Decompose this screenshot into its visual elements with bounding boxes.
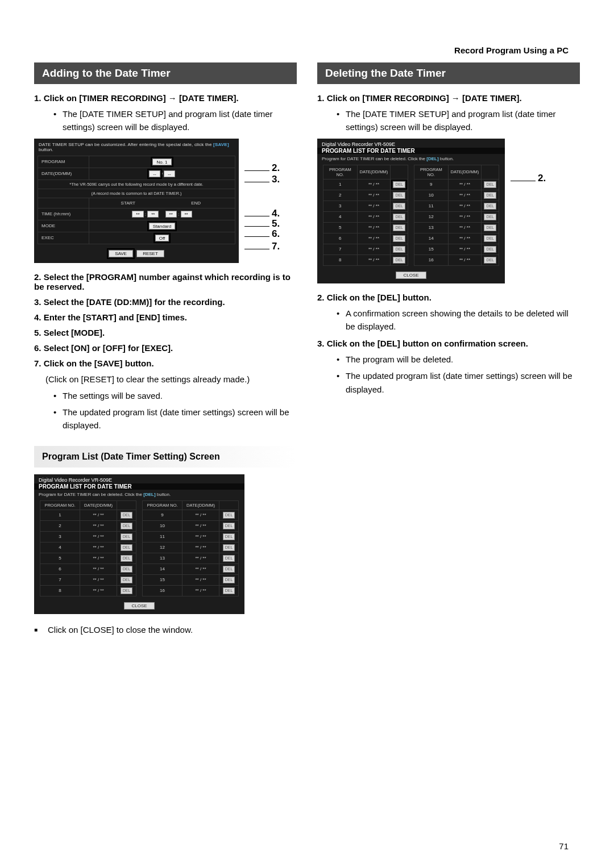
del-button[interactable]: DEL xyxy=(393,257,405,264)
del-instr-b: button. xyxy=(439,156,454,161)
left-step2: 2. Select the [PROGRAM] number against w… xyxy=(34,272,297,291)
del-button[interactable]: DEL xyxy=(393,235,405,242)
del-button[interactable]: DEL xyxy=(121,555,133,562)
callout-7: 7. xyxy=(244,241,280,252)
del-button[interactable]: DEL xyxy=(393,224,405,231)
del-button[interactable]: DEL xyxy=(121,577,133,583)
date-cell: ** / ** xyxy=(182,531,219,542)
del-button[interactable]: DEL xyxy=(223,566,235,573)
del-close-button[interactable]: CLOSE xyxy=(396,272,426,279)
date-cell: ** / ** xyxy=(182,520,219,531)
callout-7-label: 7. xyxy=(272,241,280,252)
program-no-cell: 14 xyxy=(414,233,449,244)
del-button[interactable]: DEL xyxy=(121,587,133,594)
mode-select[interactable]: Standard xyxy=(149,223,175,229)
right-step1-suffix: [DATE TIMER]. xyxy=(460,93,522,103)
del-panel-title: PROGRAM LIST FOR DATE TIMER xyxy=(317,148,505,154)
list-instr-dell064-interactable=: [DEL] xyxy=(143,492,155,497)
del-cell: DEL xyxy=(391,211,408,222)
del-button[interactable]: DEL xyxy=(223,512,235,519)
del-button[interactable]: DEL xyxy=(484,257,496,264)
right-step2: 2. Click on the [DEL] button. xyxy=(317,293,580,302)
del-col-date-l: DATE(DD/MM) xyxy=(357,165,391,179)
del-cell: DEL xyxy=(482,201,499,211)
del-button[interactable]: DEL xyxy=(484,214,496,220)
del-button[interactable]: DEL xyxy=(223,587,235,594)
left-step1-bullet: The [DATE TIMER SETUP] and program list … xyxy=(53,107,297,134)
del-button[interactable]: DEL xyxy=(484,224,496,231)
close-button[interactable]: CLOSE xyxy=(124,602,154,610)
date-mm-select[interactable]: -- xyxy=(164,170,175,177)
label-date: DATE(DD/MM) xyxy=(38,168,89,180)
callout-3-label: 3. xyxy=(272,174,280,185)
exec-select[interactable]: Off xyxy=(155,235,169,241)
del-cell: DEL xyxy=(117,553,136,564)
program-no-cell: 16 xyxy=(414,254,449,265)
date-cell: ** / ** xyxy=(182,542,219,553)
del-cell: DEL xyxy=(482,179,499,190)
left-step7-paren: (Click on [RESET] to clear the settings … xyxy=(45,373,297,386)
list-instr-b: button. xyxy=(156,492,171,497)
end-hh[interactable]: ** xyxy=(165,211,177,218)
start-hh[interactable]: ** xyxy=(132,211,143,218)
program-no-cell: 14 xyxy=(143,564,182,574)
table-row: 16** / **DEL xyxy=(143,585,239,596)
list-device-title: Digital Video Recorder VR-509E xyxy=(34,474,244,483)
page-number: 71 xyxy=(559,841,569,851)
table-row: 1** / **DEL xyxy=(323,179,408,190)
table-row: 4** / **DEL xyxy=(40,542,136,553)
date-dd-select[interactable]: -- xyxy=(149,170,160,177)
start-mm[interactable]: ** xyxy=(147,211,159,218)
del-button[interactable]: DEL xyxy=(484,181,496,188)
left-step7-b2: The updated program list (date timer set… xyxy=(53,406,297,432)
right-step1: 1. Click on [TIMER RECORDING] → [DATE TI… xyxy=(317,93,580,103)
del-button[interactable]: DEL xyxy=(393,203,405,210)
del-cell: DEL xyxy=(117,585,136,596)
table-row: 9** / **DEL xyxy=(143,510,239,520)
table-row: 8** / **DEL xyxy=(40,585,136,596)
del-button[interactable]: DEL xyxy=(393,181,405,188)
table-row: 10** / **DEL xyxy=(414,190,499,201)
del-button[interactable]: DEL xyxy=(121,544,133,551)
del-button[interactable]: DEL xyxy=(121,566,133,573)
date-cell: ** / ** xyxy=(448,179,482,190)
del-button[interactable]: DEL xyxy=(393,214,405,220)
del-cell: DEL xyxy=(482,254,499,265)
section-title-adding: Adding to the Date Timer xyxy=(34,62,297,84)
save-button[interactable]: SAVE xyxy=(109,250,133,257)
del-cell: DEL xyxy=(219,531,239,542)
del-button[interactable]: DEL xyxy=(223,523,235,529)
del-button[interactable]: DEL xyxy=(484,246,496,253)
del-button[interactable]: DEL xyxy=(121,512,133,519)
col-date-r: DATE(DD/MM) xyxy=(182,500,219,510)
callout-6: 6. xyxy=(244,228,280,240)
del-button[interactable]: DEL xyxy=(121,523,133,529)
date-cell: ** / ** xyxy=(80,564,117,574)
del-button[interactable]: DEL xyxy=(223,533,235,540)
program-select[interactable]: No. 1 xyxy=(152,158,171,165)
del-cell: DEL xyxy=(391,233,408,244)
date-cell: ** / ** xyxy=(357,254,391,265)
program-no-cell: 16 xyxy=(143,585,182,596)
del-button[interactable]: DEL xyxy=(484,192,496,199)
reset-button[interactable]: RESET xyxy=(136,250,164,257)
end-mm[interactable]: ** xyxy=(181,211,192,218)
del-button[interactable]: DEL xyxy=(121,533,133,540)
del-button[interactable]: DEL xyxy=(484,235,496,242)
del-button[interactable]: DEL xyxy=(484,203,496,210)
del-button[interactable]: DEL xyxy=(223,577,235,583)
table-row: 2** / **DEL xyxy=(323,190,408,201)
date-cell: ** / ** xyxy=(448,201,482,211)
table-row: 11** / **DEL xyxy=(143,531,239,542)
del-button[interactable]: DEL xyxy=(393,192,405,199)
table-row: 4** / **DEL xyxy=(323,211,408,222)
del-cell: DEL xyxy=(219,520,239,531)
del-button[interactable]: DEL xyxy=(393,246,405,253)
del-button[interactable]: DEL xyxy=(223,555,235,562)
right-step2-b1: A confirmation screen showing the detail… xyxy=(337,307,580,333)
right-step1-prefix: 1. Click on [TIMER RECORDING] xyxy=(317,93,451,103)
del-cell: DEL xyxy=(117,564,136,574)
date-cell: ** / ** xyxy=(357,222,391,233)
table-row: 12** / **DEL xyxy=(143,542,239,553)
del-button[interactable]: DEL xyxy=(223,544,235,551)
